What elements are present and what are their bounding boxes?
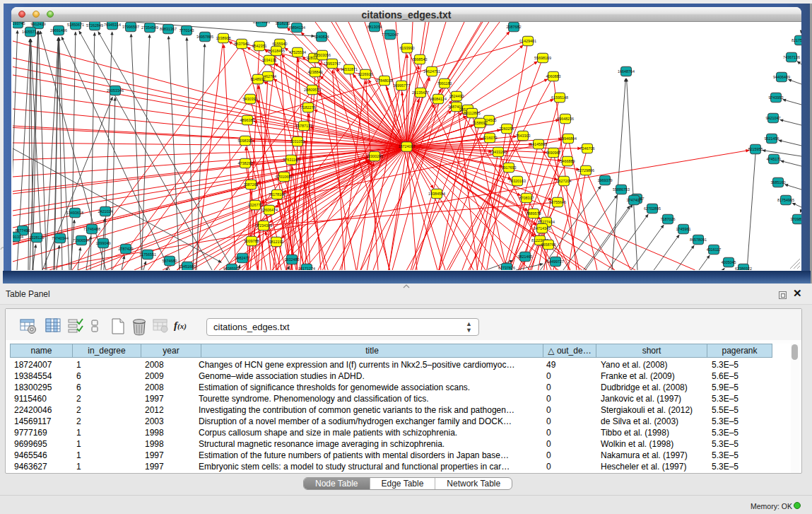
svg-text:0812191: 0812191 [269, 240, 284, 244]
svg-text:34957885: 34957885 [196, 35, 213, 39]
svg-text:4745171: 4745171 [767, 157, 782, 161]
svg-text:62386922: 62386922 [735, 267, 752, 270]
svg-text:5430391: 5430391 [243, 97, 258, 101]
svg-text:60385977: 60385977 [223, 267, 240, 270]
svg-text:74367136: 74367136 [783, 55, 800, 59]
svg-text:57262849: 57262849 [86, 23, 103, 28]
svg-text:3685160: 3685160 [771, 180, 786, 185]
svg-text:1627204: 1627204 [557, 179, 572, 183]
svg-text:94406409: 94406409 [773, 75, 790, 79]
svg-text:49894134: 49894134 [288, 25, 305, 30]
svg-text:4216073: 4216073 [483, 136, 498, 140]
svg-text:6658760: 6658760 [541, 243, 556, 247]
svg-text:4060883: 4060883 [546, 74, 561, 78]
svg-text:6542351: 6542351 [252, 44, 267, 48]
svg-text:2260256: 2260256 [500, 127, 514, 131]
svg-text:1338908: 1338908 [216, 36, 231, 40]
svg-text:18724007: 18724007 [399, 144, 416, 148]
svg-text:79740344: 79740344 [52, 236, 69, 240]
svg-text:13171274: 13171274 [298, 267, 315, 270]
svg-text:4738299: 4738299 [238, 161, 253, 165]
svg-text:25135427: 25135427 [412, 90, 429, 95]
svg-text:65787133: 65787133 [295, 124, 312, 128]
svg-text:27354549: 27354549 [141, 25, 158, 30]
svg-text:76320163: 76320163 [509, 179, 526, 183]
svg-text:0932480: 0932480 [285, 257, 300, 262]
svg-text:13953767: 13953767 [324, 62, 341, 66]
svg-text:1326773: 1326773 [248, 203, 263, 207]
svg-text:1031051: 1031051 [290, 139, 305, 144]
svg-text:76945314: 76945314 [104, 23, 121, 27]
svg-text:6690967: 6690967 [546, 151, 561, 155]
svg-text:2087682: 2087682 [507, 25, 522, 29]
svg-text:13493618: 13493618 [66, 211, 83, 215]
svg-text:7193745: 7193745 [13, 22, 25, 25]
svg-text:7187026: 7187026 [661, 217, 676, 221]
svg-text:83503056: 83503056 [314, 53, 331, 57]
svg-text:61595148: 61595148 [551, 95, 568, 100]
svg-text:2328120: 2328120 [30, 235, 45, 240]
svg-text:80831367: 80831367 [160, 27, 177, 31]
svg-text:6998543: 6998543 [413, 57, 428, 62]
svg-text:55698169: 55698169 [534, 56, 551, 60]
svg-text:5009788: 5009788 [245, 239, 259, 243]
svg-text:4238849: 4238849 [308, 70, 323, 74]
svg-text:23300285: 23300285 [366, 154, 383, 158]
svg-text:96532871: 96532871 [341, 67, 358, 71]
svg-text:85574443: 85574443 [253, 22, 270, 24]
svg-text:19384554: 19384554 [428, 192, 445, 196]
svg-text:67010651: 67010651 [276, 175, 293, 179]
svg-text:3747407: 3747407 [627, 198, 642, 202]
svg-text:5674680: 5674680 [163, 259, 177, 263]
svg-text:3387262: 3387262 [244, 182, 259, 187]
svg-text:7182278: 7182278 [301, 105, 316, 110]
svg-text:97848018: 97848018 [376, 78, 393, 83]
svg-text:7991183: 7991183 [437, 81, 452, 86]
svg-text:13433200: 13433200 [490, 150, 507, 154]
svg-text:7346706: 7346706 [580, 146, 595, 151]
svg-text:34714345: 34714345 [534, 226, 551, 230]
svg-text:1034131: 1034131 [262, 58, 277, 62]
svg-text:87234309: 87234309 [255, 223, 272, 228]
svg-text:02606474: 02606474 [261, 208, 278, 212]
svg-text:9821465: 9821465 [518, 255, 533, 259]
svg-text:20691406: 20691406 [50, 28, 67, 33]
svg-text:71746488: 71746488 [83, 227, 100, 231]
svg-text:62729806: 62729806 [577, 168, 594, 173]
svg-text:5098393: 5098393 [238, 139, 253, 143]
svg-text:01429401: 01429401 [519, 39, 536, 43]
svg-text:81754965: 81754965 [777, 198, 794, 202]
svg-text:86578091: 86578091 [690, 238, 707, 242]
svg-text:9912419: 9912419 [31, 22, 46, 26]
svg-text:2421024: 2421024 [98, 209, 113, 214]
svg-text:1969379: 1969379 [598, 178, 613, 182]
svg-text:1226916: 1226916 [358, 72, 373, 76]
svg-text:1745961: 1745961 [676, 227, 691, 231]
svg-text:15451680: 15451680 [179, 264, 196, 269]
svg-text:37631165: 37631165 [283, 158, 300, 162]
svg-text:7889579: 7889579 [526, 211, 541, 216]
svg-text:71906594: 71906594 [73, 238, 90, 243]
svg-text:37996507: 37996507 [122, 25, 139, 29]
svg-text:9743953: 9743953 [769, 95, 784, 100]
svg-text:2787429: 2787429 [119, 247, 134, 251]
svg-text:51850671: 51850671 [67, 23, 84, 27]
svg-text:3158692: 3158692 [473, 121, 488, 125]
svg-text:28809570: 28809570 [304, 88, 321, 92]
svg-text:5466889: 5466889 [560, 159, 575, 163]
svg-text:6193990: 6193990 [400, 46, 415, 50]
svg-text:9421047: 9421047 [766, 116, 781, 120]
svg-text:04499727: 04499727 [547, 259, 564, 264]
svg-text:20053346: 20053346 [107, 88, 124, 93]
svg-text:8813054: 8813054 [367, 25, 382, 29]
svg-text:4896383: 4896383 [240, 118, 255, 122]
svg-text:16648764: 16648764 [618, 69, 635, 74]
svg-text:1399049: 1399049 [96, 241, 111, 245]
svg-text:4005045: 4005045 [722, 260, 736, 264]
svg-text:81618495: 81618495 [268, 49, 285, 53]
svg-text:6155940: 6155940 [273, 42, 288, 46]
svg-text:36995777: 36995777 [393, 83, 410, 88]
svg-text:65648236: 65648236 [557, 117, 574, 121]
svg-text:4316117: 4316117 [707, 247, 722, 252]
svg-text:3482477: 3482477 [235, 256, 250, 260]
